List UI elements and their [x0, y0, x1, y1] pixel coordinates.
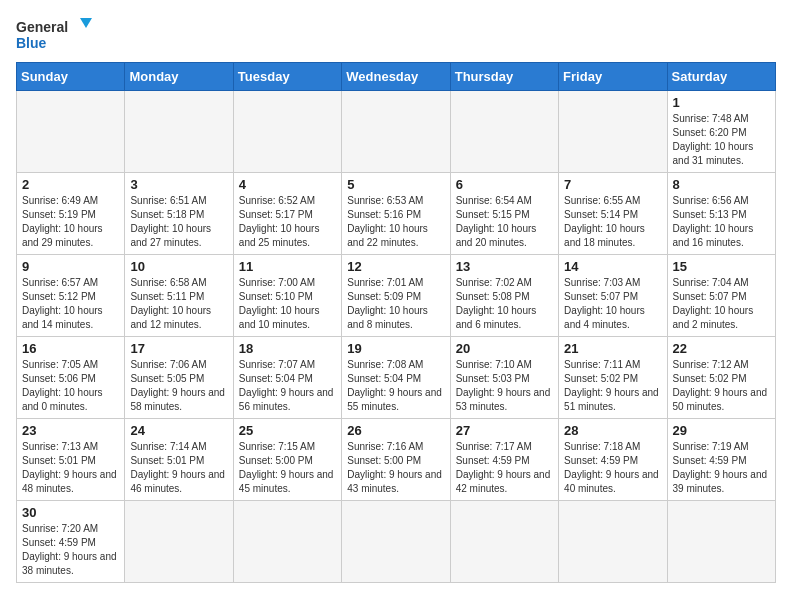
page-header: General Blue: [16, 16, 776, 52]
day-info: Sunrise: 7:15 AM Sunset: 5:00 PM Dayligh…: [239, 440, 336, 496]
calendar-week-row: 2Sunrise: 6:49 AM Sunset: 5:19 PM Daylig…: [17, 173, 776, 255]
day-info: Sunrise: 7:48 AM Sunset: 6:20 PM Dayligh…: [673, 112, 770, 168]
calendar-cell: 25Sunrise: 7:15 AM Sunset: 5:00 PM Dayli…: [233, 419, 341, 501]
calendar-cell: 13Sunrise: 7:02 AM Sunset: 5:08 PM Dayli…: [450, 255, 558, 337]
calendar-cell: 9Sunrise: 6:57 AM Sunset: 5:12 PM Daylig…: [17, 255, 125, 337]
day-info: Sunrise: 7:00 AM Sunset: 5:10 PM Dayligh…: [239, 276, 336, 332]
day-number: 16: [22, 341, 119, 356]
day-number: 13: [456, 259, 553, 274]
day-number: 19: [347, 341, 444, 356]
calendar-cell: 29Sunrise: 7:19 AM Sunset: 4:59 PM Dayli…: [667, 419, 775, 501]
calendar-cell: [450, 91, 558, 173]
calendar-cell: [342, 91, 450, 173]
calendar-cell: [667, 501, 775, 583]
day-info: Sunrise: 6:49 AM Sunset: 5:19 PM Dayligh…: [22, 194, 119, 250]
day-info: Sunrise: 7:07 AM Sunset: 5:04 PM Dayligh…: [239, 358, 336, 414]
calendar-week-row: 9Sunrise: 6:57 AM Sunset: 5:12 PM Daylig…: [17, 255, 776, 337]
calendar-cell: 24Sunrise: 7:14 AM Sunset: 5:01 PM Dayli…: [125, 419, 233, 501]
day-info: Sunrise: 6:53 AM Sunset: 5:16 PM Dayligh…: [347, 194, 444, 250]
calendar-cell: [125, 501, 233, 583]
day-number: 15: [673, 259, 770, 274]
day-info: Sunrise: 7:08 AM Sunset: 5:04 PM Dayligh…: [347, 358, 444, 414]
day-info: Sunrise: 7:01 AM Sunset: 5:09 PM Dayligh…: [347, 276, 444, 332]
calendar-week-row: 1Sunrise: 7:48 AM Sunset: 6:20 PM Daylig…: [17, 91, 776, 173]
day-number: 7: [564, 177, 661, 192]
day-number: 10: [130, 259, 227, 274]
day-number: 8: [673, 177, 770, 192]
calendar-header-row: SundayMondayTuesdayWednesdayThursdayFrid…: [17, 63, 776, 91]
calendar-cell: [233, 501, 341, 583]
calendar-cell: 21Sunrise: 7:11 AM Sunset: 5:02 PM Dayli…: [559, 337, 667, 419]
day-info: Sunrise: 7:13 AM Sunset: 5:01 PM Dayligh…: [22, 440, 119, 496]
calendar-cell: 26Sunrise: 7:16 AM Sunset: 5:00 PM Dayli…: [342, 419, 450, 501]
day-info: Sunrise: 7:19 AM Sunset: 4:59 PM Dayligh…: [673, 440, 770, 496]
calendar-cell: [559, 501, 667, 583]
day-info: Sunrise: 7:12 AM Sunset: 5:02 PM Dayligh…: [673, 358, 770, 414]
column-header-saturday: Saturday: [667, 63, 775, 91]
calendar-cell: 11Sunrise: 7:00 AM Sunset: 5:10 PM Dayli…: [233, 255, 341, 337]
day-number: 14: [564, 259, 661, 274]
day-info: Sunrise: 7:20 AM Sunset: 4:59 PM Dayligh…: [22, 522, 119, 578]
calendar-cell: 4Sunrise: 6:52 AM Sunset: 5:17 PM Daylig…: [233, 173, 341, 255]
logo: General Blue: [16, 16, 96, 52]
day-info: Sunrise: 7:06 AM Sunset: 5:05 PM Dayligh…: [130, 358, 227, 414]
column-header-wednesday: Wednesday: [342, 63, 450, 91]
calendar-table: SundayMondayTuesdayWednesdayThursdayFrid…: [16, 62, 776, 583]
day-number: 3: [130, 177, 227, 192]
column-header-monday: Monday: [125, 63, 233, 91]
day-number: 12: [347, 259, 444, 274]
calendar-cell: 19Sunrise: 7:08 AM Sunset: 5:04 PM Dayli…: [342, 337, 450, 419]
svg-text:General: General: [16, 19, 68, 35]
day-number: 6: [456, 177, 553, 192]
day-info: Sunrise: 6:57 AM Sunset: 5:12 PM Dayligh…: [22, 276, 119, 332]
calendar-cell: 20Sunrise: 7:10 AM Sunset: 5:03 PM Dayli…: [450, 337, 558, 419]
day-info: Sunrise: 7:11 AM Sunset: 5:02 PM Dayligh…: [564, 358, 661, 414]
day-number: 22: [673, 341, 770, 356]
calendar-cell: 1Sunrise: 7:48 AM Sunset: 6:20 PM Daylig…: [667, 91, 775, 173]
day-number: 4: [239, 177, 336, 192]
day-number: 18: [239, 341, 336, 356]
svg-marker-2: [80, 18, 92, 28]
day-info: Sunrise: 6:52 AM Sunset: 5:17 PM Dayligh…: [239, 194, 336, 250]
day-info: Sunrise: 7:04 AM Sunset: 5:07 PM Dayligh…: [673, 276, 770, 332]
day-number: 21: [564, 341, 661, 356]
calendar-cell: 8Sunrise: 6:56 AM Sunset: 5:13 PM Daylig…: [667, 173, 775, 255]
day-info: Sunrise: 6:58 AM Sunset: 5:11 PM Dayligh…: [130, 276, 227, 332]
calendar-cell: 6Sunrise: 6:54 AM Sunset: 5:15 PM Daylig…: [450, 173, 558, 255]
day-info: Sunrise: 7:10 AM Sunset: 5:03 PM Dayligh…: [456, 358, 553, 414]
day-info: Sunrise: 7:03 AM Sunset: 5:07 PM Dayligh…: [564, 276, 661, 332]
day-number: 27: [456, 423, 553, 438]
svg-text:Blue: Blue: [16, 35, 47, 51]
generalblue-logo-icon: General Blue: [16, 16, 96, 52]
calendar-cell: 14Sunrise: 7:03 AM Sunset: 5:07 PM Dayli…: [559, 255, 667, 337]
day-number: 2: [22, 177, 119, 192]
calendar-cell: [125, 91, 233, 173]
day-info: Sunrise: 7:02 AM Sunset: 5:08 PM Dayligh…: [456, 276, 553, 332]
calendar-cell: 22Sunrise: 7:12 AM Sunset: 5:02 PM Dayli…: [667, 337, 775, 419]
calendar-cell: 7Sunrise: 6:55 AM Sunset: 5:14 PM Daylig…: [559, 173, 667, 255]
day-info: Sunrise: 6:56 AM Sunset: 5:13 PM Dayligh…: [673, 194, 770, 250]
day-info: Sunrise: 7:14 AM Sunset: 5:01 PM Dayligh…: [130, 440, 227, 496]
calendar-cell: 2Sunrise: 6:49 AM Sunset: 5:19 PM Daylig…: [17, 173, 125, 255]
day-info: Sunrise: 7:16 AM Sunset: 5:00 PM Dayligh…: [347, 440, 444, 496]
day-info: Sunrise: 6:51 AM Sunset: 5:18 PM Dayligh…: [130, 194, 227, 250]
calendar-cell: 27Sunrise: 7:17 AM Sunset: 4:59 PM Dayli…: [450, 419, 558, 501]
calendar-cell: 15Sunrise: 7:04 AM Sunset: 5:07 PM Dayli…: [667, 255, 775, 337]
column-header-tuesday: Tuesday: [233, 63, 341, 91]
calendar-cell: [17, 91, 125, 173]
day-number: 29: [673, 423, 770, 438]
calendar-cell: 12Sunrise: 7:01 AM Sunset: 5:09 PM Dayli…: [342, 255, 450, 337]
calendar-week-row: 16Sunrise: 7:05 AM Sunset: 5:06 PM Dayli…: [17, 337, 776, 419]
calendar-cell: [342, 501, 450, 583]
calendar-cell: 28Sunrise: 7:18 AM Sunset: 4:59 PM Dayli…: [559, 419, 667, 501]
calendar-cell: [233, 91, 341, 173]
day-number: 11: [239, 259, 336, 274]
day-number: 5: [347, 177, 444, 192]
calendar-week-row: 30Sunrise: 7:20 AM Sunset: 4:59 PM Dayli…: [17, 501, 776, 583]
day-number: 23: [22, 423, 119, 438]
column-header-sunday: Sunday: [17, 63, 125, 91]
calendar-cell: 18Sunrise: 7:07 AM Sunset: 5:04 PM Dayli…: [233, 337, 341, 419]
day-info: Sunrise: 7:05 AM Sunset: 5:06 PM Dayligh…: [22, 358, 119, 414]
column-header-thursday: Thursday: [450, 63, 558, 91]
day-number: 24: [130, 423, 227, 438]
